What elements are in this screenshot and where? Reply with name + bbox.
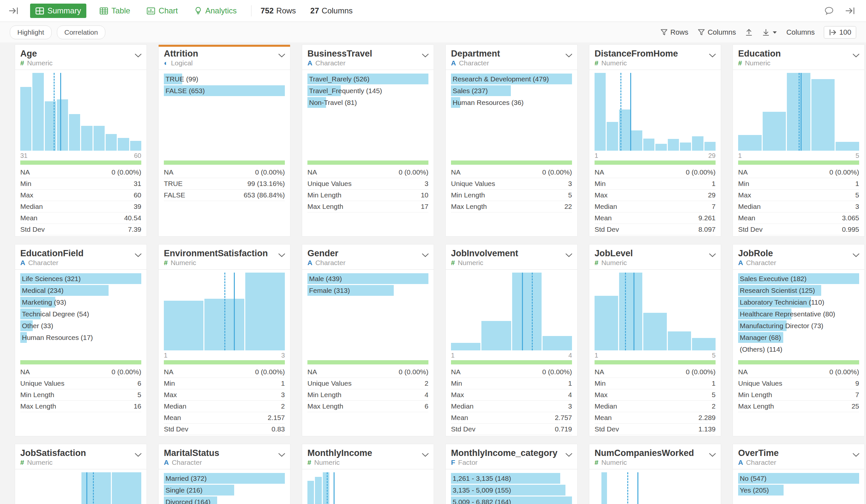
stat-label: Min Length — [738, 391, 772, 399]
stat-row: Min1 — [738, 178, 859, 190]
column-type-label: Numeric — [171, 259, 196, 267]
axis-min-label: 1 — [164, 352, 167, 359]
valid-values-bar — [308, 360, 429, 365]
category-label: Human Resources (17) — [22, 332, 93, 343]
axis-max-label: 4 — [568, 352, 572, 359]
chevron-down-icon[interactable] — [565, 253, 573, 257]
chevron-down-icon[interactable] — [852, 453, 860, 457]
tab-analytics[interactable]: Analytics — [191, 3, 240, 18]
logical-type-icon: ◐ — [164, 59, 168, 67]
numeric-type-icon: # — [20, 59, 24, 67]
chevron-down-icon[interactable] — [134, 253, 142, 257]
axis-max-label: 29 — [708, 152, 715, 159]
tab-label: Analytics — [206, 6, 237, 15]
character-type-icon: A — [308, 59, 312, 67]
column-type: ACharacter — [159, 459, 290, 467]
column-type: #Numeric — [589, 59, 721, 67]
upload-icon[interactable] — [745, 29, 753, 36]
tab-table[interactable]: Table — [96, 3, 133, 18]
stat-row: NA0 (0.00%) — [595, 366, 715, 378]
column-title: EnvironmentSatisfaction — [159, 245, 290, 258]
category-label: Human Resources (36) — [453, 97, 524, 108]
stat-value: 2.157 — [267, 414, 285, 422]
histogram-bar — [668, 332, 691, 350]
category-row: Non-Travel (81) — [308, 97, 429, 108]
stat-label: NA — [595, 168, 604, 176]
column-type: ACharacter — [15, 259, 146, 267]
histogram-axis: 3160 — [20, 152, 141, 159]
collapse-sidebar-icon[interactable] — [9, 7, 19, 15]
stat-value: 16 — [134, 402, 141, 410]
column-card-JobLevel: JobLevel#Numeric15NA0 (0.00%)Min1Max5Med… — [589, 244, 721, 436]
chevron-down-icon[interactable] — [278, 453, 286, 457]
collapse-panel-icon[interactable] — [845, 7, 856, 15]
chevron-down-icon[interactable] — [709, 453, 716, 457]
chevron-down-icon[interactable] — [852, 53, 860, 57]
card-header-divider — [159, 269, 290, 270]
stat-row: Median7 — [595, 201, 715, 212]
stat-row: Min Length5 — [451, 190, 572, 201]
highlight-button[interactable]: Highlight — [10, 25, 52, 39]
histogram — [451, 272, 572, 350]
chevron-down-icon[interactable] — [134, 53, 142, 57]
tab-summary[interactable]: Summary — [30, 3, 86, 18]
stat-label: NA — [738, 168, 747, 176]
stat-value: 2.757 — [555, 414, 572, 422]
column-card-JobRole: JobRoleACharacterSales Executive (182)Re… — [733, 244, 865, 436]
card-header-divider — [302, 70, 434, 70]
mean-line — [801, 73, 802, 151]
chevron-down-icon[interactable] — [852, 253, 860, 257]
stat-label: Unique Values — [451, 180, 495, 188]
comment-icon[interactable] — [824, 6, 834, 15]
column-card-DistanceFromHome: DistanceFromHome#Numeric129NA0 (0.00%)Mi… — [589, 44, 721, 237]
stat-label: Min Length — [308, 391, 342, 399]
stat-row: Max Length25 — [738, 401, 859, 412]
column-type-label: Character — [459, 59, 489, 67]
chevron-down-icon[interactable] — [422, 53, 429, 57]
card-header-divider — [15, 469, 146, 469]
chevron-down-icon[interactable] — [278, 253, 286, 257]
stats-table: NA0 (0.00%)Unique Values9Min Length7Max … — [738, 366, 859, 412]
category-label: Medical (234) — [22, 285, 64, 296]
stat-value: 0 (0.00%) — [255, 368, 285, 376]
stat-label: Min — [595, 180, 606, 188]
chevron-down-icon[interactable] — [709, 253, 716, 257]
mean-line — [630, 73, 631, 151]
download-menu-button[interactable] — [762, 29, 777, 36]
filter-columns-button[interactable]: Columns — [698, 28, 736, 37]
category-row: Divorced (164) — [164, 496, 285, 504]
histogram-bar — [607, 122, 618, 151]
stat-value: 3.065 — [842, 214, 859, 222]
chevron-down-icon[interactable] — [565, 453, 573, 457]
card-body: Travel_Rarely (526)Travel_Frequently (14… — [302, 74, 434, 212]
card-body: Male (439)Female (313)NA0 (0.00%)Unique … — [302, 273, 434, 412]
card-header-divider — [733, 70, 864, 70]
column-title: Gender — [302, 245, 434, 258]
column-card-Gender: GenderACharacterMale (439)Female (313)NA… — [302, 244, 434, 436]
chevron-down-icon[interactable] — [422, 253, 429, 257]
stat-label: Max Length — [451, 203, 487, 211]
chevron-down-icon[interactable] — [422, 453, 429, 457]
stat-label: Std Dev — [20, 225, 45, 233]
mean-line — [334, 472, 335, 504]
stat-label: NA — [595, 368, 604, 376]
histogram-bar — [106, 134, 117, 151]
tab-chart[interactable]: Chart — [143, 3, 181, 18]
correlation-button[interactable]: Correlation — [57, 25, 106, 39]
histogram-bar — [643, 138, 654, 151]
stat-label: Unique Values — [308, 180, 352, 188]
chevron-down-icon[interactable] — [134, 453, 142, 457]
histogram-bar — [692, 136, 703, 151]
chevron-down-icon[interactable] — [565, 53, 573, 57]
filter-rows-button[interactable]: Rows — [660, 28, 688, 37]
columns-limit-control[interactable]: 100 — [824, 26, 856, 38]
stat-label: Median — [451, 402, 474, 410]
stat-row: Max5 — [738, 190, 859, 201]
histogram-bar — [20, 87, 31, 151]
chevron-down-icon[interactable] — [709, 53, 716, 57]
histogram-bar — [738, 135, 762, 151]
category-row: Marketing (93) — [20, 297, 141, 307]
mean-line — [86, 472, 87, 504]
stat-label: NA — [738, 368, 747, 376]
chevron-down-icon[interactable] — [278, 53, 286, 57]
